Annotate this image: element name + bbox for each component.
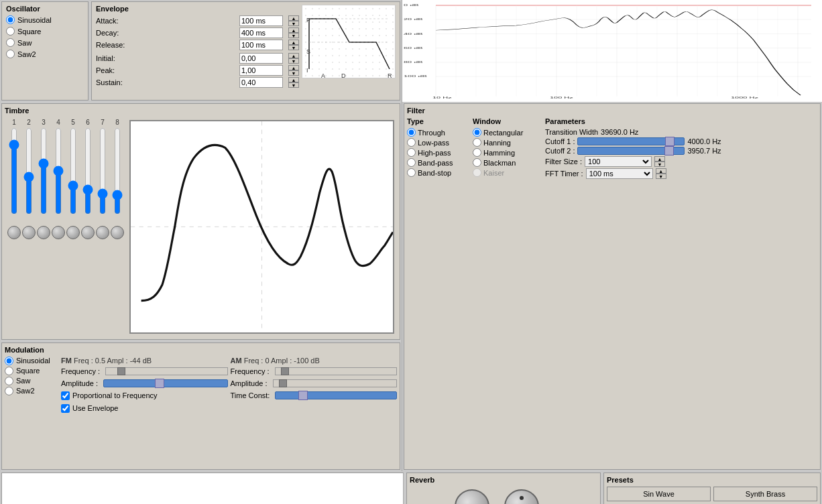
preset-synth-brass[interactable]: Synth Brass [713,487,817,501]
filter-size-select[interactable]: 100 200 50 [585,156,652,167]
reverb-title: Reverb [410,476,597,484]
envelope-diagram: P S I A D R [302,5,396,97]
attenuation-knob[interactable] [504,489,539,504]
mod-square[interactable]: Square [5,367,58,375]
filter-bandpass[interactable]: Band-pass [407,158,467,167]
initial-label: Initial: [96,54,237,62]
attack-up[interactable]: ▲ [288,15,299,21]
filter-lowpass[interactable]: Low-pass [407,138,467,147]
timbre-slider-input-7[interactable] [98,127,107,214]
waveform-display [129,120,394,334]
sustain-down[interactable]: ▼ [288,82,299,88]
filter-type-header: Type [407,117,467,125]
release-up[interactable]: ▲ [288,40,299,45]
envelope-title: Envelope [96,5,299,13]
svg-rect-10 [402,0,822,102]
mod-saw2[interactable]: Saw2 [5,387,58,395]
filter-size-row: Filter Size : 100 200 50 ▲ ▼ [545,156,817,167]
timbre-title: Timbre [5,107,397,115]
decay-input[interactable] [239,27,283,38]
release-label: Release: [96,41,237,49]
am-freq-slider[interactable] [275,367,397,375]
timbre-slider-3: 3 [37,119,50,335]
timbre-slider-input-4[interactable] [54,127,63,214]
osc-sinusoidal[interactable]: Sinusoidal [6,15,84,24]
release-spinner[interactable]: ▲ ▼ [288,40,299,50]
attack-input[interactable]: 100 ms [239,15,283,26]
fm-freq-row: Frequency : [61,367,228,375]
use-env-check[interactable]: Use Envelope [61,404,228,413]
peak-up[interactable]: ▲ [288,65,299,70]
svg-text:0 dB: 0 dB [404,4,419,6]
timbre-knob-6[interactable] [81,226,95,239]
transition-width-row: Transition Width 39690.0 Hz [545,128,817,136]
attack-down[interactable]: ▼ [288,21,299,26]
prop-freq-check[interactable]: Proportional to Frequency [61,391,228,400]
oscillator-panel: Oscillator Sinusoidal Square Saw Saw2 [1,1,89,101]
osc-saw[interactable]: Saw [6,38,84,47]
fm-ampl-slider[interactable] [103,379,227,387]
sustain-spinner[interactable]: ▲ ▼ [288,77,299,88]
timbre-knob-2[interactable] [22,226,36,239]
sustain-label: Sustain: [96,78,237,86]
sustain-up[interactable]: ▲ [288,77,299,82]
cutoff2-slider[interactable] [577,147,685,155]
filter-highpass[interactable]: High-pass [407,148,467,157]
timbre-knob-4[interactable] [52,226,65,239]
timbre-slider-input-2[interactable] [24,127,34,214]
initial-spinner[interactable]: ▲ ▼ [288,53,299,64]
am-ampl-slider[interactable] [273,379,397,387]
fft-timer-row: FFT Timer : 100 ms 200 ms 50 ms ▲ ▼ [545,168,817,179]
timbre-knob-8[interactable] [111,226,124,239]
timbre-slider-input-8[interactable] [113,127,122,214]
peak-input[interactable] [239,65,283,76]
timbre-slider-input-5[interactable] [68,127,78,214]
timbre-slider-6: 6 [81,119,95,335]
attack-spinner[interactable]: ▲ ▼ [288,15,299,26]
decay-up[interactable]: ▲ [288,27,299,33]
am-timeconst-slider[interactable] [275,391,397,399]
timbre-knob-3[interactable] [37,226,50,239]
decay-spinner[interactable]: ▲ ▼ [288,27,299,38]
filter-hamming[interactable]: Hamming [473,148,540,157]
envelope-panel: Envelope Attack: 100 ms ▲ ▼ Decay: ▲ ▼ [91,1,400,101]
timbre-knob-7[interactable] [96,226,109,239]
filter-title: Filter [407,107,817,115]
osc-square[interactable]: Square [6,27,84,36]
filter-hanning[interactable]: Hanning [473,138,540,147]
fft-timer-spinner[interactable]: ▲ ▼ [656,168,666,179]
filter-blackman[interactable]: Blackman [473,158,540,167]
peak-down[interactable]: ▼ [288,70,299,76]
piano-keyboard[interactable]: // Inline SVG generation would not work … [5,479,403,504]
initial-up[interactable]: ▲ [288,53,299,58]
delay-knob[interactable] [455,489,489,504]
cutoff1-row: Cutoff 1 : 4000.0 Hz [545,137,817,145]
release-down[interactable]: ▼ [288,45,299,50]
preset-sin-wave[interactable]: Sin Wave [607,487,711,501]
timbre-slider-5: 5 [66,119,80,335]
peak-spinner[interactable]: ▲ ▼ [288,65,299,76]
mod-sinusoidal[interactable]: Sinusoidal [5,357,58,365]
filter-rectangular[interactable]: Rectangular [473,128,540,137]
timbre-knob-5[interactable] [66,226,80,239]
cutoff1-slider[interactable] [577,137,685,145]
release-input[interactable] [239,40,283,50]
timbre-slider-input-3[interactable] [39,127,48,214]
svg-text:40 dB: 40 dB [404,33,423,35]
initial-down[interactable]: ▼ [288,58,299,64]
decay-down[interactable]: ▼ [288,33,299,38]
osc-saw2[interactable]: Saw2 [6,50,84,58]
oscillator-options: Sinusoidal Square Saw Saw2 [6,15,84,58]
sustain-input[interactable] [239,77,283,88]
fm-freq-slider[interactable] [105,367,227,375]
filter-through[interactable]: Through [407,128,467,137]
filter-size-spinner[interactable]: ▲ ▼ [654,156,665,167]
am-ampl-row: Amplitude : [231,379,398,387]
fft-timer-select[interactable]: 100 ms 200 ms 50 ms [586,168,653,179]
timbre-slider-input-1[interactable] [9,127,19,214]
initial-input[interactable] [239,53,283,64]
mod-saw[interactable]: Saw [5,377,58,385]
filter-bandstop[interactable]: Band-stop [407,168,467,177]
timbre-slider-input-6[interactable] [83,127,93,214]
timbre-knob-1[interactable] [7,226,21,239]
